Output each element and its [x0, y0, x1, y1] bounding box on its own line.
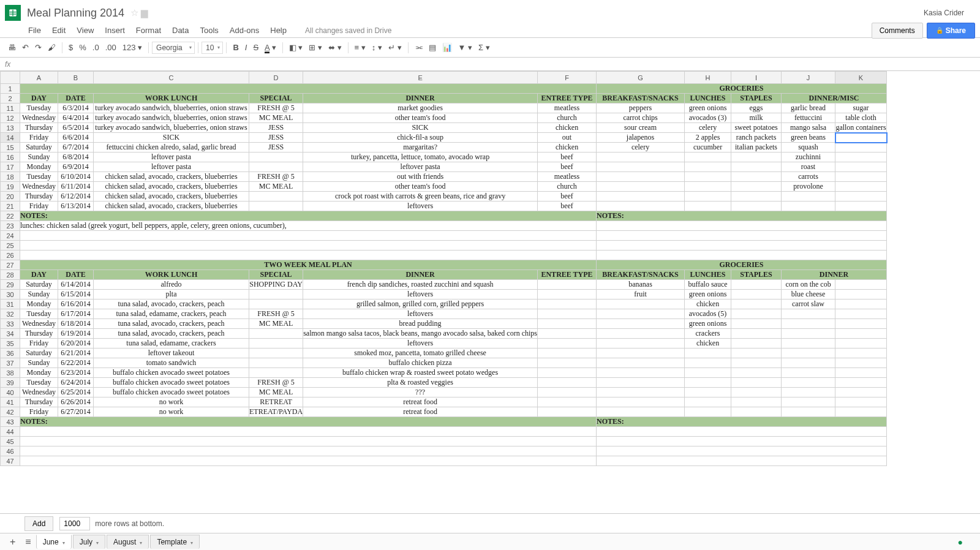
row-header[interactable]: 29 — [1, 280, 20, 290]
cell[interactable] — [835, 192, 887, 202]
cell[interactable]: buffalo chicken avocado sweet potatoes — [94, 368, 249, 378]
cell[interactable]: 6/11/2014 — [58, 182, 94, 192]
cell[interactable]: meatless — [538, 104, 597, 113]
cell[interactable]: 6/14/2014 — [58, 280, 94, 290]
row-header[interactable]: 15 — [1, 143, 20, 153]
col-header[interactable]: A — [20, 72, 58, 84]
cell[interactable]: beef — [538, 162, 597, 172]
cell[interactable] — [538, 309, 597, 319]
cell[interactable]: salmon mango salsa tacos, black beans, m… — [303, 329, 538, 339]
cell[interactable] — [782, 378, 835, 388]
cell[interactable] — [685, 202, 731, 211]
cell[interactable]: zuchinni — [782, 153, 835, 162]
cell[interactable]: ENTREE TYPE — [538, 270, 597, 280]
cell[interactable]: Friday — [20, 202, 58, 211]
row-header[interactable]: 17 — [1, 162, 20, 172]
cell[interactable]: FRESH @ 5 — [249, 104, 303, 113]
cell[interactable]: sweet potatoes — [731, 123, 782, 133]
row-header[interactable]: 38 — [1, 368, 20, 378]
cell[interactable] — [597, 456, 887, 466]
cell[interactable] — [597, 182, 685, 192]
row-header[interactable]: 28 — [1, 270, 20, 280]
cell[interactable]: SPECIAL — [249, 270, 303, 280]
cell[interactable]: corn on the cob — [782, 280, 835, 290]
comments-button[interactable]: Comments — [872, 23, 923, 39]
cell[interactable]: DINNER/MISC — [782, 94, 887, 104]
cell[interactable]: SICK — [303, 123, 538, 133]
cell[interactable]: FRESH @ 5 — [249, 378, 303, 388]
cell[interactable] — [731, 192, 782, 202]
cell[interactable]: chick-fil-a soup — [303, 133, 538, 143]
cell[interactable]: Tuesday — [20, 309, 58, 319]
cell[interactable] — [835, 290, 887, 299]
cell[interactable] — [685, 358, 731, 368]
cell[interactable]: leftover pasta — [94, 162, 249, 172]
cell[interactable]: margaritas? — [303, 143, 538, 153]
row-header[interactable]: 42 — [1, 407, 20, 417]
cell[interactable]: 2 apples — [685, 133, 731, 143]
row-header[interactable]: 47 — [1, 456, 20, 466]
cell[interactable]: jalapenos — [597, 133, 685, 143]
cell[interactable]: Thursday — [20, 329, 58, 339]
cell[interactable] — [835, 143, 887, 153]
cell[interactable]: Thursday — [20, 192, 58, 202]
cell[interactable]: chicken salad, avocado, crackers, bluebe… — [94, 192, 249, 202]
cell[interactable] — [685, 153, 731, 162]
cell[interactable] — [782, 388, 835, 397]
halign-icon[interactable]: ≡ ▾ — [355, 43, 366, 52]
cell[interactable]: Sunday — [20, 153, 58, 162]
cell[interactable] — [731, 182, 782, 192]
cell[interactable]: 6/25/2014 — [58, 388, 94, 397]
paint-format-icon[interactable]: 🖌 — [48, 43, 56, 52]
cell[interactable] — [685, 388, 731, 397]
cell[interactable] — [782, 192, 835, 202]
cell[interactable]: tomato sandwich — [94, 358, 249, 368]
col-header[interactable]: I — [731, 72, 782, 84]
cell[interactable] — [20, 446, 597, 456]
link-icon[interactable]: ⫘ — [415, 43, 423, 52]
cell[interactable]: turkey avocado sandwich, blueberries, on… — [94, 113, 249, 123]
cell[interactable]: Monday — [20, 299, 58, 309]
cell[interactable] — [731, 172, 782, 182]
cell[interactable] — [597, 319, 685, 329]
cell[interactable]: MC MEAL — [249, 319, 303, 329]
cell[interactable]: green onions — [685, 319, 731, 329]
cell[interactable] — [249, 348, 303, 358]
cell[interactable]: turkey avocado sandwich, blueberries, on… — [94, 123, 249, 133]
cell[interactable]: 6/19/2014 — [58, 329, 94, 339]
cell[interactable]: 6/17/2014 — [58, 309, 94, 319]
cell[interactable]: celery — [597, 143, 685, 153]
cell[interactable] — [538, 348, 597, 358]
cell[interactable]: market goodies — [303, 104, 538, 113]
cell[interactable] — [685, 397, 731, 407]
row-header[interactable]: 11 — [1, 104, 20, 113]
cell[interactable] — [597, 153, 685, 162]
row-header[interactable]: 41 — [1, 397, 20, 407]
cell[interactable] — [731, 162, 782, 172]
cell[interactable] — [835, 319, 887, 329]
dec-increase-button[interactable]: .00 — [105, 43, 116, 52]
cell[interactable]: plta — [94, 290, 249, 299]
cell[interactable]: tuna salad, edamame, crackers, peach — [94, 309, 249, 319]
cell[interactable]: JESS — [249, 133, 303, 143]
cell[interactable] — [835, 388, 887, 397]
cell[interactable] — [835, 368, 887, 378]
cell[interactable]: 6/23/2014 — [58, 368, 94, 378]
cell[interactable] — [731, 348, 782, 358]
row-header[interactable]: 21 — [1, 202, 20, 211]
cell[interactable] — [835, 378, 887, 388]
cell[interactable]: LUNCHES — [685, 270, 731, 280]
cell[interactable]: milk — [731, 113, 782, 123]
row-header[interactable]: 39 — [1, 378, 20, 388]
cell[interactable] — [249, 358, 303, 368]
cell[interactable] — [835, 309, 887, 319]
print-icon[interactable]: 🖶 — [8, 43, 16, 52]
cell[interactable] — [20, 437, 597, 446]
cell[interactable] — [731, 319, 782, 329]
cell[interactable] — [597, 299, 685, 309]
cell[interactable]: DAY — [20, 270, 58, 280]
cell[interactable]: 6/9/2014 — [58, 162, 94, 172]
notes-label[interactable]: NOTES: — [20, 417, 597, 427]
menu-help[interactable]: Help — [270, 26, 287, 35]
cell[interactable]: crock pot roast with carrots & green bea… — [303, 192, 538, 202]
